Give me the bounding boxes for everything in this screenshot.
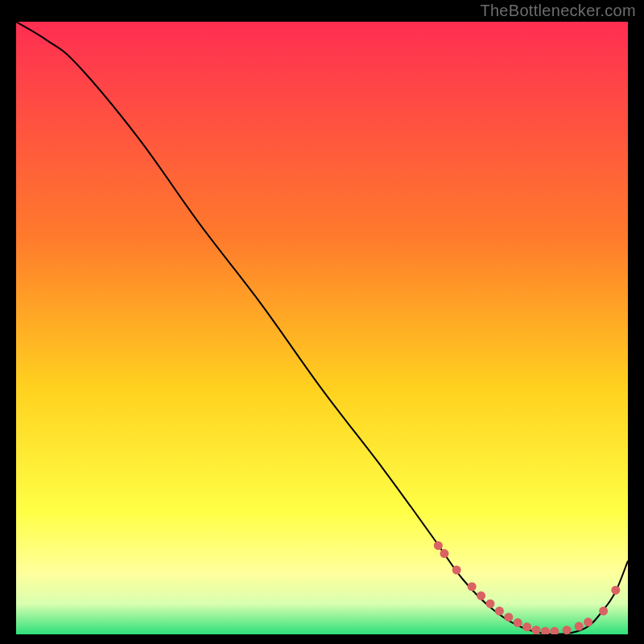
marker-dot <box>477 592 485 601</box>
marker-dot <box>541 627 550 636</box>
marker-dot <box>584 617 592 626</box>
marker-dot <box>532 625 541 634</box>
marker-dot <box>440 549 449 558</box>
marker-dot <box>550 627 559 636</box>
marker-dot <box>514 618 522 627</box>
marker-dot <box>468 582 477 591</box>
marker-dot <box>495 607 504 616</box>
attribution-text: TheBottlenecker.com <box>480 2 636 20</box>
marker-dot <box>522 622 531 631</box>
marker-dot <box>434 541 443 550</box>
marker-dot <box>452 566 461 575</box>
marker-dot <box>599 607 608 616</box>
chart-svg <box>0 0 644 644</box>
marker-dot <box>611 586 620 595</box>
marker-dot <box>563 625 572 634</box>
chart-stage: TheBottlenecker.com <box>0 0 644 644</box>
plot-background <box>16 22 628 634</box>
marker-dot <box>486 599 495 608</box>
marker-dot <box>575 622 584 631</box>
marker-dot <box>504 613 513 621</box>
